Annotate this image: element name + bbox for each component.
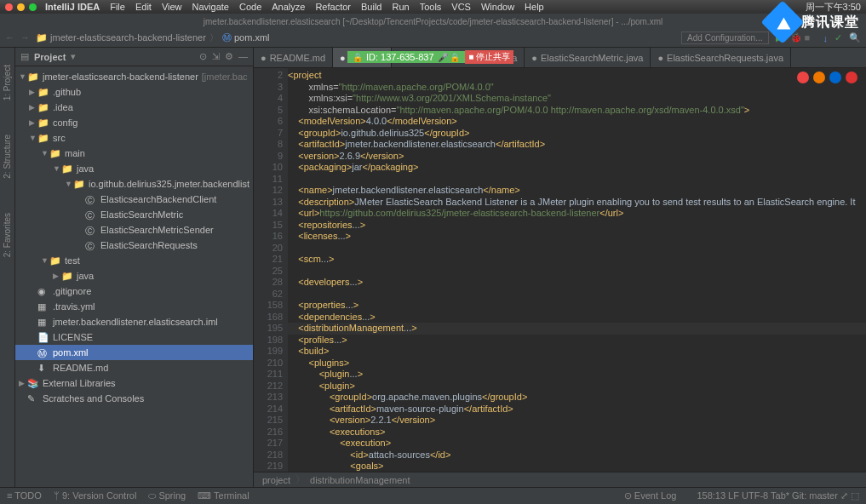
minimize-icon[interactable] bbox=[17, 3, 25, 11]
tree-item[interactable]: ▼📁java bbox=[15, 161, 253, 176]
line-gutter[interactable]: 2345678910111213141516202125286215816819… bbox=[254, 68, 288, 472]
firefox-icon[interactable] bbox=[813, 72, 825, 83]
watermark-text: 腾讯课堂 bbox=[801, 14, 859, 32]
status-bar: ≡ TODOᛘ 9: Version Control⬭ Spring⌨ Term… bbox=[0, 487, 866, 504]
tree-item[interactable]: ▼📁test bbox=[15, 253, 253, 268]
left-rail: 1: Project2: Structure2: Favorites bbox=[0, 48, 15, 487]
tree-item[interactable]: ▶📚External Libraries bbox=[15, 375, 253, 391]
safari-icon[interactable] bbox=[829, 72, 841, 83]
settings-icon[interactable]: ⚙ bbox=[225, 51, 233, 62]
menu-view[interactable]: View bbox=[162, 2, 182, 12]
tab-READMEmd[interactable]: ●README.md bbox=[254, 48, 333, 67]
screen-share-bar[interactable]: 🔒 ID: 137-635-837 🎤 🔒 ■ 停止共享 bbox=[347, 49, 513, 65]
rail-favorites[interactable]: 2: Favorites bbox=[3, 213, 12, 257]
menu-build[interactable]: Build bbox=[361, 2, 381, 12]
tree-item[interactable]: ▼📁src bbox=[15, 130, 253, 146]
menu-analyze[interactable]: Analyze bbox=[272, 2, 305, 12]
breadcrumb-root[interactable]: 📁 jmeter-elasticsearch-backend-listener bbox=[36, 32, 206, 43]
toolbar: ← → 📁 jmeter-elasticsearch-backend-liste… bbox=[0, 29, 866, 48]
menu-window[interactable]: Window bbox=[481, 2, 514, 12]
stop-share-button[interactable]: ■ 停止共享 bbox=[465, 50, 513, 64]
project-title: Project bbox=[34, 52, 66, 62]
tool-9VersionControl[interactable]: ᛘ 9: Version Control bbox=[54, 490, 137, 501]
browser-preview-icons[interactable] bbox=[797, 72, 857, 83]
bc-distributionManagement[interactable]: distributionManagement bbox=[310, 475, 410, 485]
collapse-all-icon[interactable]: ⇲ bbox=[212, 51, 220, 62]
tool-EventLog[interactable]: ⊙ Event Log bbox=[624, 490, 677, 501]
watermark: 腾讯课堂 bbox=[767, 7, 859, 37]
bc-project[interactable]: project bbox=[262, 475, 290, 485]
nav-back-icon[interactable]: ← bbox=[5, 32, 17, 44]
tree-item[interactable]: ▦jmeter.backendlistener.elasticsearch.im… bbox=[15, 314, 253, 329]
select-opened-icon[interactable]: ⊙ bbox=[199, 51, 207, 62]
editor-tabs[interactable]: ●README.md●pom.xml●cSearchMetricSender.j… bbox=[254, 48, 866, 68]
share-id: 🔒 ID: 137-635-837 🎤 🔒 bbox=[347, 51, 465, 63]
project-tree[interactable]: ▼📁jmeter-elasticsearch-backend-listener[… bbox=[15, 66, 253, 409]
tool-TODO[interactable]: ≡ TODO bbox=[7, 490, 42, 501]
opera-icon[interactable] bbox=[846, 72, 857, 83]
code-editor[interactable]: <project xmlns="http://maven.apache.org/… bbox=[288, 68, 866, 472]
close-icon[interactable] bbox=[5, 3, 13, 11]
menu-code[interactable]: Code bbox=[239, 2, 261, 12]
tree-item[interactable]: ▼📁jmeter-elasticsearch-backend-listener[… bbox=[15, 69, 253, 84]
tree-item[interactable]: ⒸElasticSearchMetricSender bbox=[15, 222, 253, 238]
mac-menubar: IntelliJ IDEAFileEditViewNavigateCodeAna… bbox=[0, 0, 866, 14]
tool-Terminal[interactable]: ⌨ Terminal bbox=[198, 490, 249, 501]
menu-file[interactable]: File bbox=[110, 2, 125, 12]
menu-refactor[interactable]: Refactor bbox=[315, 2, 351, 12]
hide-icon[interactable]: — bbox=[238, 51, 248, 62]
tree-item[interactable]: ⒸElasticsearchBackendClient bbox=[15, 192, 253, 207]
tree-item[interactable]: ▦.travis.yml bbox=[15, 299, 253, 314]
tree-item[interactable]: Ⓜpom.xml bbox=[15, 345, 253, 360]
nav-fwd-icon[interactable]: → bbox=[20, 32, 32, 44]
menu-edit[interactable]: Edit bbox=[135, 2, 152, 12]
tree-item[interactable]: ▶📁java bbox=[15, 268, 253, 284]
chrome-icon[interactable] bbox=[797, 72, 809, 83]
tab-ElasticSearchMetricjava[interactable]: ●ElasticSearchMetric.java bbox=[525, 48, 651, 67]
tree-item[interactable]: ▼📁main bbox=[15, 146, 253, 161]
tree-item[interactable]: ⬇README.md bbox=[15, 360, 253, 375]
tree-item[interactable]: ▶📁.github bbox=[15, 84, 253, 100]
menu-help[interactable]: Help bbox=[525, 2, 544, 12]
menu-tools[interactable]: Tools bbox=[420, 2, 442, 12]
window-title: jmeter.backendlistener.elasticsearch [~/… bbox=[0, 14, 866, 29]
tree-item[interactable]: ▼📁io.github.delirius325.jmeter.backendli… bbox=[15, 176, 253, 192]
zoom-icon[interactable] bbox=[29, 3, 37, 11]
project-panel: ▤ Project ▾ ⊙ ⇲ ⚙ — ▼📁jmeter-elasticsear… bbox=[15, 48, 254, 487]
rail-structure[interactable]: 2: Structure bbox=[3, 135, 12, 179]
tree-item[interactable]: ◉.gitignore bbox=[15, 284, 253, 299]
tree-item[interactable]: 📄LICENSE bbox=[15, 329, 253, 345]
watermark-logo bbox=[761, 1, 805, 44]
window-controls[interactable] bbox=[5, 3, 37, 11]
tree-item[interactable]: ⒸElasticSearchRequests bbox=[15, 238, 253, 253]
menu-navigate[interactable]: Navigate bbox=[192, 2, 229, 12]
tree-item[interactable]: ✎Scratches and Consoles bbox=[15, 391, 253, 406]
menu-intellijidea[interactable]: IntelliJ IDEA bbox=[45, 2, 100, 12]
project-header: ▤ Project ▾ ⊙ ⇲ ⚙ — bbox=[15, 48, 253, 66]
add-configuration-button[interactable]: Add Configuration... bbox=[681, 32, 768, 44]
tree-item[interactable]: ⒸElasticSearchMetric bbox=[15, 207, 253, 222]
status-info: 158:13 LF UTF-8 Tab* Git: master ⤢ ⬚ bbox=[697, 490, 859, 501]
menu-run[interactable]: Run bbox=[392, 2, 409, 12]
tab-ElasticSearchRequestsjava[interactable]: ●ElasticSearchRequests.java bbox=[651, 48, 791, 67]
editor-breadcrumb[interactable]: project〉distributionManagement bbox=[254, 472, 866, 487]
project-toggle-icon[interactable]: ▤ bbox=[20, 51, 29, 62]
editor-area: ●README.md●pom.xml●cSearchMetricSender.j… bbox=[254, 48, 866, 487]
menu-vcs[interactable]: VCS bbox=[451, 2, 471, 12]
tree-item[interactable]: ▶📁config bbox=[15, 115, 253, 130]
tree-item[interactable]: ▶📁.idea bbox=[15, 100, 253, 115]
rail-project[interactable]: 1: Project bbox=[3, 65, 12, 100]
breadcrumb-file[interactable]: Ⓜ pom.xml bbox=[222, 32, 270, 44]
tool-Spring[interactable]: ⬭ Spring bbox=[148, 490, 186, 501]
